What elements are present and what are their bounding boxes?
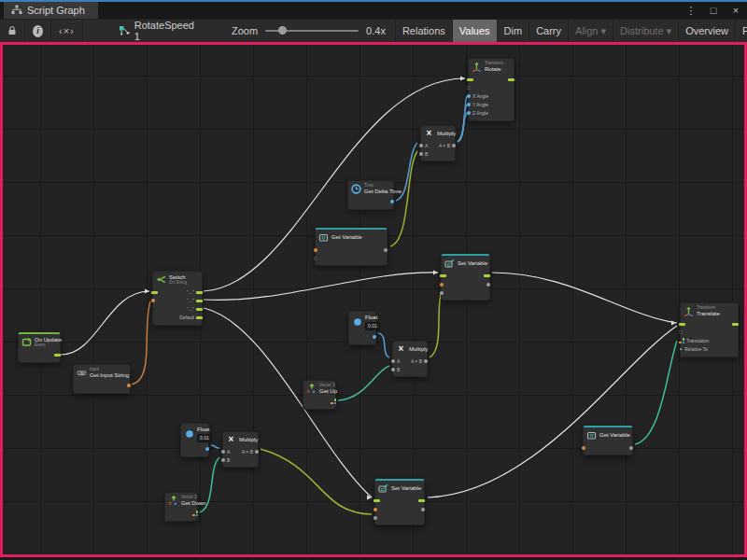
node-set-variable-1[interactable]: Set Variable [441, 254, 490, 301]
graph-name-button[interactable]: RotateSpeed 1 [109, 20, 204, 42]
node-float-1[interactable]: Float0.01 [348, 311, 376, 345]
port-dot-orange[interactable] [374, 508, 377, 511]
port-label: A × B [411, 358, 422, 364]
port-dot-gray[interactable]: A [419, 143, 428, 148]
port-flow[interactable]: “…” [187, 289, 203, 295]
node-multiply-1[interactable]: ×MultiplyAA × BB [420, 125, 456, 161]
carry-toggle[interactable]: Carry [529, 20, 568, 42]
port-label: Y Angle [472, 102, 488, 107]
node-translate[interactable]: TransformTranslateTranslation✦Relative T… [680, 302, 739, 357]
node-vector3-get-down[interactable]: Vector 3Get Down [164, 492, 198, 522]
port-dot-blue[interactable]: Z Angle [467, 110, 488, 116]
port-dot-gray[interactable] [374, 516, 377, 520]
port-flow[interactable] [374, 499, 380, 502]
port-dot-gray[interactable]: B [419, 151, 428, 157]
port-flow[interactable] [418, 499, 425, 502]
port-ghost[interactable] [679, 330, 683, 334]
port-dot-gray[interactable] [629, 446, 633, 450]
port-flow[interactable] [508, 78, 514, 81]
maximize-icon[interactable]: □ [702, 5, 725, 16]
node-on-update[interactable]: On UpdateEvent [18, 332, 61, 363]
node-header: SwitchOn String [153, 272, 202, 287]
port-vec3[interactable]: Translation [679, 338, 710, 343]
node-value-input[interactable]: 0.01 [365, 322, 380, 330]
node-title: Set Variable [458, 260, 486, 267]
node-body: “…”“…”“…”Default [153, 287, 202, 325]
info-button[interactable]: i [25, 20, 51, 42]
port-row [377, 513, 421, 522]
distribute-dropdown[interactable]: Distribute ▾ [613, 20, 678, 42]
menu-icon[interactable]: ⋮ [680, 5, 702, 17]
node-multiply-3[interactable]: ×MultiplyAA × BB [222, 431, 259, 468]
node-get-input-string[interactable]: InputGet Input String [73, 364, 131, 394]
zoom-slider[interactable] [265, 30, 359, 32]
port-dot-gray[interactable]: A × B [411, 358, 428, 364]
port-dot-gray[interactable] [440, 291, 444, 295]
port-row [350, 198, 390, 206]
port-dot-gray[interactable]: A × B [439, 143, 456, 148]
port-flow[interactable] [440, 274, 446, 277]
port-vec3[interactable] [331, 399, 336, 404]
port-dot-orange[interactable] [151, 299, 155, 302]
port-label: Relative To [684, 346, 708, 352]
port-label: A [227, 449, 230, 455]
close-icon[interactable]: × [725, 5, 747, 16]
port-dot-gray[interactable]: A × B [242, 449, 259, 455]
port-dot-gray[interactable] [384, 248, 388, 252]
port-dot-blue[interactable] [373, 335, 376, 339]
port-dot-gray[interactable]: A [221, 449, 230, 455]
fullscreen-button[interactable]: Full Screen [735, 20, 747, 42]
node-header: TimeGet Delta Time [348, 181, 393, 197]
port-dot-blue[interactable] [205, 447, 209, 451]
node-get-variable-2[interactable]: Get Variable [583, 426, 633, 455]
node-get-variable-1[interactable]: Get Variable [315, 228, 388, 266]
port-flow[interactable] [467, 78, 473, 81]
port-ghost[interactable] [314, 257, 317, 260]
zoom-slider-handle[interactable] [278, 26, 287, 35]
node-vector3-get-up[interactable]: Vector 3Get Up [303, 380, 336, 410]
node-title: Multiply [437, 131, 451, 137]
port-flow[interactable] [679, 323, 685, 326]
port-dot-gray[interactable]: B [221, 457, 230, 463]
node-set-variable-2[interactable]: Set Variable [374, 479, 425, 525]
port-dot-gray[interactable]: B [391, 367, 400, 372]
port-star[interactable]: ✦Relative To [679, 346, 708, 352]
node-float-2[interactable]: Float0.01 [180, 423, 209, 457]
port-dot-gray[interactable] [486, 283, 490, 287]
port-flow[interactable]: “…” [187, 306, 203, 312]
port-flow[interactable] [151, 291, 158, 294]
node-header: Vector 3Get Up [303, 381, 335, 397]
port-label: Default [179, 315, 194, 320]
port-flow[interactable]: “…” [187, 298, 203, 303]
tab-script-graph[interactable]: Script Graph [4, 2, 98, 19]
code-preview-toggle[interactable]: ‹×› [51, 20, 83, 42]
port-vec3[interactable] [192, 511, 198, 516]
relations-toggle[interactable]: Relations [395, 20, 452, 42]
port-dot-blue[interactable] [390, 200, 394, 203]
dim-toggle[interactable]: Dim [497, 20, 529, 42]
values-toggle[interactable]: Values [452, 20, 497, 42]
align-dropdown[interactable]: Align ▾ [568, 20, 613, 42]
graph-asset-icon [119, 24, 130, 37]
port-flow[interactable] [54, 354, 61, 357]
node-rotate[interactable]: TransformRotateX AngleY AngleZ Angle [468, 58, 514, 121]
lock-button[interactable] [0, 20, 25, 42]
node-header: ×Multiply [223, 432, 258, 446]
node-multiply-2[interactable]: ×MultiplyAA × BB [392, 341, 428, 377]
port-ghost[interactable] [467, 86, 471, 90]
port-dot-orange[interactable] [440, 283, 444, 287]
port-dot-blue[interactable]: Y Angle [467, 102, 488, 107]
port-flow[interactable] [484, 274, 490, 277]
port-flow[interactable]: Default [179, 315, 203, 320]
node-value-input[interactable]: 0.01 [197, 434, 212, 442]
port-dot-blue[interactable]: X Angle [467, 93, 488, 99]
node-get-delta-time[interactable]: TimeGet Delta Time [347, 180, 394, 210]
port-dot-orange[interactable] [127, 384, 131, 387]
port-dot-orange[interactable] [314, 248, 317, 252]
port-dot-orange[interactable] [582, 446, 585, 450]
port-dot-gray[interactable] [421, 508, 425, 511]
port-dot-gray[interactable]: A [391, 358, 400, 364]
overview-button[interactable]: Overview [678, 20, 735, 42]
port-flow[interactable] [732, 323, 739, 326]
node-switch-on-string[interactable]: SwitchOn String“…”“…”“…”Default [152, 271, 203, 326]
